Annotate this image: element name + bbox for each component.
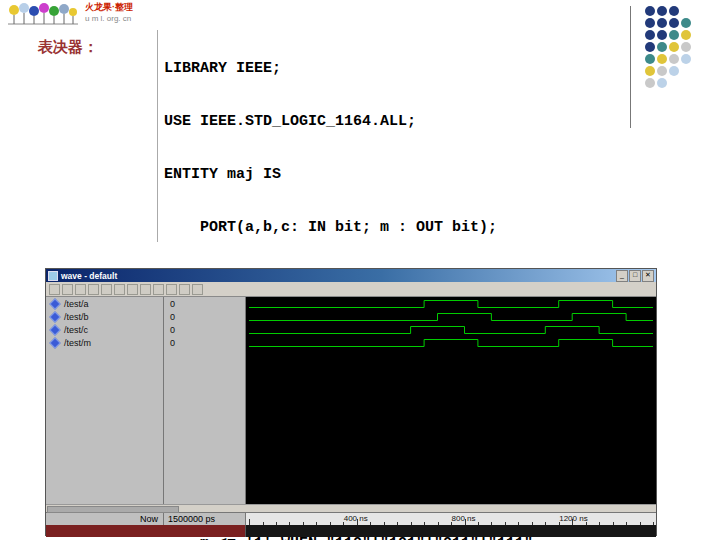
ruler-tick [505,522,506,525]
dot [657,6,667,16]
ruler-tick [289,522,290,525]
dot [669,54,679,64]
signal-row[interactable]: /test/a [46,297,163,310]
waveform-plot [246,297,656,504]
cursor-track[interactable] [246,525,656,537]
dot [681,42,691,52]
toolbar-icon[interactable] [153,284,164,295]
signal-names-panel: /test/a/test/b/test/c/test/m [46,297,164,504]
ruler-tick [532,522,533,525]
ruler-tick [249,519,250,525]
signal-value: 0 [164,323,245,336]
ruler-tick [438,522,439,525]
signal-pointer-icon [49,324,60,335]
now-label: Now [46,513,164,525]
ruler-tick [316,522,317,525]
signal-value: 0 [164,336,245,349]
code-left-divider [157,30,158,242]
toolbar-icon[interactable] [166,284,177,295]
dot [669,30,679,40]
dot [681,18,691,28]
logo: 火龙果·整理 u m l. org. cn [6,2,133,30]
signal-name: /test/b [64,312,89,322]
signal-pointer-icon [49,298,60,309]
page-title: 表决器： [38,38,98,57]
signal-value: 0 [164,297,245,310]
toolbar-icon[interactable] [75,284,86,295]
dot [645,18,655,28]
logo-icon [6,2,81,30]
logo-domain-text: u m l. org. cn [85,13,133,24]
ruler-tick [653,522,654,525]
ruler-tick [599,522,600,525]
wave-window-titlebar[interactable]: wave - default _ □ ✕ [46,269,656,282]
logo-brand-text: 火龙果·整理 [85,2,133,13]
toolbar-icon[interactable] [88,284,99,295]
toolbar-icon[interactable] [127,284,138,295]
code-line: PORT(a,b,c: IN bit; m : OUT bit); [164,219,542,237]
ruler-tick [613,522,614,525]
code-line: USE IEEE.STD_LOGIC_1164.ALL; [164,113,542,131]
toolbar-icon[interactable] [192,284,203,295]
dot [645,42,655,52]
logo-text: 火龙果·整理 u m l. org. cn [85,2,133,24]
window-icon [48,271,58,281]
ruler-tick [491,522,492,525]
ruler-tick [330,522,331,525]
wave-main-area: /test/a/test/b/test/c/test/m 0000 [46,297,656,504]
dot [657,30,667,40]
dot [657,54,667,64]
signal-trace [249,327,653,334]
ruler-tick [626,522,627,525]
signal-trace [249,301,653,308]
ruler-tick [370,522,371,525]
dot [681,54,691,64]
toolbar-icon[interactable] [62,284,73,295]
dot [657,78,667,88]
signal-name: /test/c [64,325,88,335]
toolbar-icon[interactable] [140,284,151,295]
dot-grid-decoration [644,5,692,89]
signal-name: /test/a [64,299,89,309]
signal-row[interactable]: /test/b [46,310,163,323]
waveform-area[interactable] [246,297,656,504]
ruler-tick [276,522,277,525]
toolbar-icon[interactable] [114,284,125,295]
dot [669,6,679,16]
dot [657,42,667,52]
toolbar-icon[interactable] [179,284,190,295]
ruler-label: 1200 ns [559,514,587,523]
signal-value: 0 [164,310,245,323]
ruler-tick [518,522,519,525]
close-button[interactable]: ✕ [642,270,654,282]
timeline-ruler[interactable]: 400 ns800 ns1200 ns [246,513,656,525]
dot [645,66,655,76]
ruler-tick [545,522,546,525]
horizontal-scrollbar[interactable] [46,504,656,512]
ruler-tick [424,522,425,525]
toolbar-icon[interactable] [49,284,60,295]
ruler-tick [303,522,304,525]
minimize-button[interactable]: _ [616,270,628,282]
toolbar-icon[interactable] [101,284,112,295]
ruler-tick [397,522,398,525]
wave-window: wave - default _ □ ✕ /test/a/test/b/test… [45,268,657,536]
wave-toolbar [46,282,656,297]
ruler-tick [640,522,641,525]
ruler-tick [384,522,385,525]
ruler-tick [263,522,264,525]
dot [657,18,667,28]
signal-row[interactable]: /test/m [46,336,163,349]
signal-row[interactable]: /test/c [46,323,163,336]
maximize-button[interactable]: □ [629,270,641,282]
ruler-label: 800 ns [452,514,476,523]
window-buttons: _ □ ✕ [616,270,654,282]
ruler-label: 400 ns [344,514,368,523]
signal-values-panel: 0000 [164,297,246,504]
code-line: LIBRARY IEEE; [164,60,542,78]
window-title: wave - default [61,271,117,281]
dot [669,42,679,52]
cursor-cell[interactable] [46,525,246,537]
timeline-row: Now 1500000 ps 400 ns800 ns1200 ns [46,512,656,525]
scrollbar-thumb[interactable] [47,506,179,513]
